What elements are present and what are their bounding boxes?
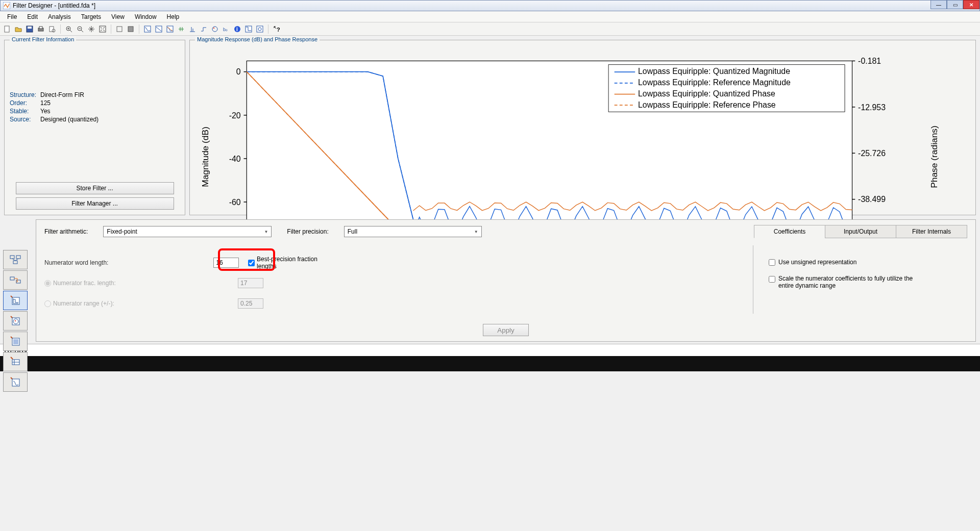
arith-dropdown[interactable]: Fixed-point xyxy=(103,226,272,237)
tab-filter-internals[interactable]: Filter Internals xyxy=(896,225,967,238)
zoom-fit-icon[interactable] xyxy=(97,24,108,34)
close-button[interactable]: ✕ xyxy=(963,0,979,9)
prec-label: Filter precision: xyxy=(287,228,328,235)
svg-rect-91 xyxy=(10,277,14,280)
unsigned-checkbox[interactable] xyxy=(769,259,775,266)
svg-text:?: ? xyxy=(277,27,280,33)
svg-rect-87 xyxy=(16,256,20,259)
num-word-label: Numerator word length: xyxy=(44,259,113,266)
ylabel-left: Magnitude (dB) xyxy=(200,127,210,187)
analysis-info-icon[interactable]: i xyxy=(232,24,242,34)
svg-line-9 xyxy=(70,30,72,32)
analysis-spec2-icon[interactable] xyxy=(255,24,265,34)
svg-text:-60: -60 xyxy=(229,198,241,207)
side-btn-6[interactable] xyxy=(3,352,28,371)
view-sidebar xyxy=(3,250,29,371)
filter-manager-button[interactable]: Filter Manager ... xyxy=(16,197,174,210)
help-context-icon[interactable]: ? xyxy=(272,24,282,34)
svg-line-90 xyxy=(15,259,18,261)
apply-button[interactable]: Apply xyxy=(483,324,529,336)
analysis-phase-icon[interactable] xyxy=(154,24,164,34)
svg-rect-17 xyxy=(128,27,133,32)
status-bar: Ready xyxy=(0,344,980,356)
svg-rect-3 xyxy=(28,27,32,29)
structure-value: Direct-Form FIR xyxy=(40,91,84,98)
separator xyxy=(268,24,268,34)
order-label: Order: xyxy=(10,99,40,107)
best-precision-label: Best-precision fraction lengths xyxy=(257,256,330,270)
open-icon[interactable] xyxy=(13,24,23,34)
prec-dropdown[interactable]: Full xyxy=(344,226,482,237)
scale-checkbox[interactable] xyxy=(769,276,775,283)
title-bar: Filter Designer - [untitled.fda *] — ▭ ✕ xyxy=(0,0,980,11)
os-taskbar xyxy=(0,356,980,371)
ylabel-right: Phase (radians) xyxy=(929,125,939,188)
scale-label: Scale the numerator coefficients to full… xyxy=(778,275,921,289)
svg-text:Lowpass Equiripple: Reference : Lowpass Equiripple: Reference Phase xyxy=(638,100,776,109)
svg-point-26 xyxy=(212,27,217,32)
source-value: Designed (quantized) xyxy=(40,116,99,123)
menu-help[interactable]: Help xyxy=(163,12,184,21)
svg-text:Lowpass Equiripple: Quantized : Lowpass Equiripple: Quantized Magnitude xyxy=(638,67,790,75)
svg-rect-33 xyxy=(257,26,263,32)
undo-icon[interactable] xyxy=(114,24,125,34)
zoom-out-icon[interactable] xyxy=(75,24,85,34)
analysis-pz-icon[interactable] xyxy=(210,24,220,34)
print-icon[interactable] xyxy=(36,24,46,34)
num-word-input[interactable] xyxy=(213,258,239,268)
menu-targets[interactable]: Targets xyxy=(77,12,105,21)
menu-bar: File Edit Analysis Targets View Window H… xyxy=(0,11,980,22)
best-precision-checkbox[interactable] xyxy=(248,260,255,266)
tab-input-output[interactable]: Input/Output xyxy=(825,225,896,238)
side-btn-2[interactable] xyxy=(3,270,28,290)
svg-text:b₀: b₀ xyxy=(223,27,228,32)
svg-text:Lowpass Equiripple: Reference : Lowpass Equiripple: Reference Magnitude xyxy=(638,78,791,87)
analysis-mag-icon[interactable] xyxy=(142,24,153,34)
num-frac-radio xyxy=(44,280,51,287)
order-value: 125 xyxy=(40,99,51,107)
separator xyxy=(111,24,111,34)
svg-rect-15 xyxy=(100,26,106,32)
menu-analysis[interactable]: Analysis xyxy=(44,12,75,21)
analysis-magphase-icon[interactable] xyxy=(165,24,175,34)
side-btn-3-active[interactable] xyxy=(3,291,28,310)
app-icon xyxy=(3,2,11,10)
maximize-button[interactable]: ▭ xyxy=(947,0,963,9)
menu-view[interactable]: View xyxy=(107,12,129,21)
toolbar: b₀ i ? xyxy=(0,22,980,36)
svg-text:-0.181: -0.181 xyxy=(858,57,881,65)
chart-panel: Magnitude Response (dB) and Phase Respon… xyxy=(189,40,976,215)
analysis-spec-icon[interactable] xyxy=(243,24,254,34)
analysis-group-icon[interactable] xyxy=(176,24,186,34)
new-icon[interactable] xyxy=(2,24,12,34)
side-btn-1[interactable] xyxy=(3,250,28,269)
tab-coefficients[interactable]: Coefficients xyxy=(754,225,825,238)
svg-rect-101 xyxy=(13,339,18,344)
num-range-input xyxy=(238,298,263,309)
store-filter-button[interactable]: Store Filter ... xyxy=(16,182,174,194)
svg-line-89 xyxy=(12,259,15,261)
analysis-step-icon[interactable] xyxy=(199,24,209,34)
source-label: Source: xyxy=(10,116,40,123)
side-btn-4[interactable] xyxy=(3,311,28,331)
redo-icon[interactable] xyxy=(126,24,136,34)
save-icon[interactable] xyxy=(24,24,35,34)
stable-value: Yes xyxy=(40,108,51,115)
stable-label: Stable: xyxy=(10,108,40,115)
zoom-in-icon[interactable] xyxy=(64,24,74,34)
menu-window[interactable]: Window xyxy=(131,12,161,21)
minimize-button[interactable]: — xyxy=(930,0,947,9)
svg-text:-25.726: -25.726 xyxy=(858,149,886,158)
menu-edit[interactable]: Edit xyxy=(23,12,42,21)
analysis-coef-icon[interactable]: b₀ xyxy=(221,24,231,34)
num-frac-label: Numerator frac. length: xyxy=(53,280,130,287)
analysis-impulse-icon[interactable] xyxy=(187,24,198,34)
svg-rect-92 xyxy=(16,280,20,283)
print-preview-icon[interactable] xyxy=(47,24,57,34)
menu-file[interactable]: File xyxy=(3,12,21,21)
filter-info-legend: Current Filter Information xyxy=(10,36,76,42)
window-controls: — ▭ ✕ xyxy=(930,0,979,9)
side-btn-5[interactable] xyxy=(3,332,28,351)
pan-icon[interactable] xyxy=(86,24,96,34)
settings-panel: Filter arithmetic: Fixed-point Filter pr… xyxy=(36,219,976,342)
